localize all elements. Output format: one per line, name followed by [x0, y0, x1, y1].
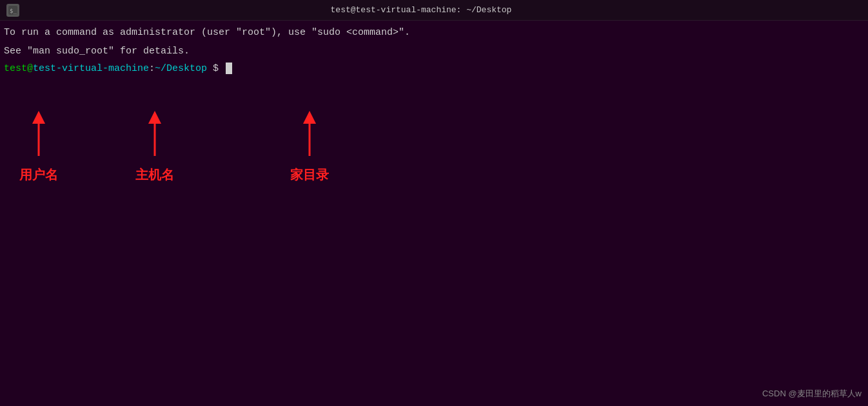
- annotation-homedir: 家目录: [290, 111, 329, 184]
- annotation-hostname: 主机名: [135, 111, 174, 184]
- svg-marker-7: [303, 111, 316, 124]
- hostname-label: 主机名: [135, 166, 174, 184]
- watermark: CSDN @麦田里的稻草人w: [762, 388, 862, 400]
- info-line-1: To run a command as administrator (user …: [4, 26, 864, 41]
- prompt-colon: :: [149, 63, 155, 74]
- annotation-username: 用户名: [19, 111, 58, 184]
- prompt-username: test: [4, 63, 27, 74]
- hostname-arrow: [145, 111, 164, 162]
- title-bar-left: $_: [6, 4, 19, 17]
- homedir-label: 家目录: [290, 166, 329, 184]
- homedir-arrow: [300, 111, 319, 162]
- prompt-at: @: [27, 63, 33, 74]
- info-line-2: See "man sudo_root" for details.: [4, 44, 864, 59]
- prompt-line: test @ test-virtual-machine : ~/Desktop …: [4, 63, 864, 74]
- username-label: 用户名: [19, 166, 58, 184]
- window-title: test@test-virtual-machine: ~/Desktop: [331, 5, 512, 15]
- terminal-cursor: [226, 63, 232, 74]
- annotations-overlay: 用户名 主机名 家目录: [0, 111, 868, 272]
- svg-marker-3: [32, 111, 45, 124]
- username-arrow: [29, 111, 48, 162]
- terminal-icon: $_: [6, 4, 19, 17]
- title-bar: $_ test@test-virtual-machine: ~/Desktop: [0, 0, 868, 21]
- svg-text:$_: $_: [10, 8, 17, 14]
- prompt-path: ~/Desktop: [155, 63, 207, 74]
- prompt-dollar: $: [207, 63, 224, 74]
- prompt-hostname: test-virtual-machine: [33, 63, 149, 74]
- svg-marker-5: [148, 111, 161, 124]
- terminal-body[interactable]: To run a command as administrator (user …: [0, 21, 868, 406]
